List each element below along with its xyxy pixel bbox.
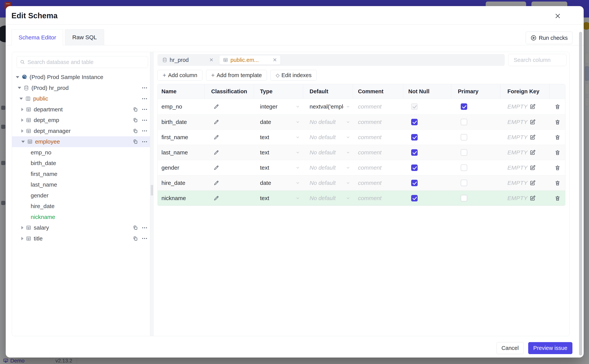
primary-checkbox[interactable] xyxy=(461,119,467,125)
default-select[interactable]: No default xyxy=(303,145,353,160)
duplicate-icon[interactable] xyxy=(133,139,138,144)
more-icon[interactable] xyxy=(142,227,147,229)
close-tab-icon[interactable]: ✕ xyxy=(273,58,277,63)
comment-input[interactable] xyxy=(358,134,396,141)
type-select[interactable]: text xyxy=(254,130,303,145)
preview-issue-button[interactable]: Preview issue xyxy=(528,342,572,354)
not-null-checkbox[interactable] xyxy=(411,134,418,141)
comment-input[interactable] xyxy=(358,180,396,186)
tab-raw-sql[interactable]: Raw SQL xyxy=(65,29,104,45)
database-search-input[interactable] xyxy=(27,59,145,65)
comment-input[interactable] xyxy=(358,195,396,202)
default-select[interactable]: No default xyxy=(303,175,353,190)
more-icon[interactable] xyxy=(142,119,147,122)
delete-column-icon[interactable] xyxy=(555,134,561,140)
close-tab-icon[interactable]: ✕ xyxy=(209,58,214,63)
tree-item-column-first-name[interactable]: first_name xyxy=(12,169,150,180)
primary-checkbox[interactable] xyxy=(461,103,467,110)
edit-foreign-key-icon[interactable] xyxy=(529,104,536,110)
delete-column-icon[interactable] xyxy=(555,165,561,171)
default-select[interactable]: No default xyxy=(303,130,353,145)
type-select[interactable]: text xyxy=(254,191,303,206)
caret-down-icon[interactable] xyxy=(16,76,19,78)
classification-edit-icon[interactable] xyxy=(214,165,219,171)
default-select[interactable]: No default xyxy=(303,191,353,206)
duplicate-icon[interactable] xyxy=(133,225,138,230)
edit-foreign-key-icon[interactable] xyxy=(529,119,536,125)
tree-item-column-birth-date[interactable]: birth_date xyxy=(12,158,150,169)
comment-input[interactable] xyxy=(358,164,396,171)
add-from-template-button[interactable]: + Add from template xyxy=(206,70,267,81)
tree-item-table-title[interactable]: title xyxy=(12,233,150,244)
edit-indexes-button[interactable]: ◇ Edit indexes xyxy=(270,70,317,81)
more-icon[interactable] xyxy=(142,130,147,132)
tree-item-table-employee[interactable]: employee xyxy=(12,136,150,147)
run-checks-button[interactable]: Run checks xyxy=(526,32,572,44)
editor-tab-hr-prod[interactable]: hr_prod ✕ xyxy=(159,55,217,65)
tree-item-database-hr-prod[interactable]: (Prod) hr_prod xyxy=(12,83,150,93)
not-null-checkbox[interactable] xyxy=(411,195,418,202)
tree-item-column-hire-date[interactable]: hire_date xyxy=(12,201,150,212)
classification-edit-icon[interactable] xyxy=(214,104,219,110)
classification-edit-icon[interactable] xyxy=(214,134,219,140)
duplicate-icon[interactable] xyxy=(133,128,138,134)
caret-down-icon[interactable] xyxy=(18,87,21,89)
comment-input[interactable] xyxy=(358,149,396,156)
modal-scrollbar[interactable] xyxy=(579,32,582,355)
comment-input[interactable] xyxy=(358,103,396,110)
type-select[interactable]: text xyxy=(254,145,303,160)
tree-item-table-dept-emp[interactable]: dept_emp xyxy=(12,115,150,126)
not-null-checkbox[interactable] xyxy=(411,180,418,186)
column-name-cell[interactable]: first_name xyxy=(158,130,205,145)
duplicate-icon[interactable] xyxy=(133,117,138,123)
classification-edit-icon[interactable] xyxy=(214,119,219,125)
column-name-cell[interactable]: last_name xyxy=(158,145,205,160)
more-icon[interactable] xyxy=(142,98,147,100)
edit-foreign-key-icon[interactable] xyxy=(529,165,536,171)
not-null-checkbox[interactable] xyxy=(411,119,418,125)
primary-checkbox[interactable] xyxy=(461,180,467,186)
primary-checkbox[interactable] xyxy=(461,164,467,171)
cancel-button[interactable]: Cancel xyxy=(496,342,524,354)
caret-down-icon[interactable] xyxy=(21,141,25,143)
delete-column-icon[interactable] xyxy=(555,180,561,186)
tree-item-table-department[interactable]: department xyxy=(12,104,150,115)
add-column-button[interactable]: + Add column xyxy=(157,70,202,81)
caret-right-icon[interactable] xyxy=(21,118,23,122)
caret-down-icon[interactable] xyxy=(20,98,23,100)
editor-tab-public-employee[interactable]: public.em... ✕ xyxy=(219,55,281,65)
caret-right-icon[interactable] xyxy=(21,129,23,133)
not-null-checkbox[interactable] xyxy=(411,149,418,156)
delete-column-icon[interactable] xyxy=(555,150,561,156)
type-select[interactable]: date xyxy=(254,175,303,190)
edit-foreign-key-icon[interactable] xyxy=(529,180,536,186)
classification-edit-icon[interactable] xyxy=(214,180,219,186)
more-icon[interactable] xyxy=(142,108,147,110)
primary-checkbox[interactable] xyxy=(461,149,467,156)
type-select[interactable]: text xyxy=(254,160,303,175)
tree-item-table-dept-manager[interactable]: dept_manager xyxy=(12,126,150,136)
tree-item-schema-public[interactable]: public xyxy=(12,93,150,104)
tree-item-column-emp-no[interactable]: emp_no xyxy=(12,147,150,158)
classification-edit-icon[interactable] xyxy=(214,150,219,155)
pane-resize-handle[interactable] xyxy=(150,52,154,336)
not-null-checkbox[interactable] xyxy=(411,164,418,171)
duplicate-icon[interactable] xyxy=(133,236,138,241)
column-name-cell[interactable]: hire_date xyxy=(158,175,205,190)
more-icon[interactable] xyxy=(142,237,147,240)
type-select[interactable]: integer xyxy=(254,99,303,114)
delete-column-icon[interactable] xyxy=(555,195,561,201)
tree-item-instance[interactable]: (Prod) Prod Sample Instance xyxy=(12,72,150,83)
tree-item-table-salary[interactable]: salary xyxy=(12,222,150,233)
column-name-cell[interactable]: nickname xyxy=(158,191,205,206)
tree-item-column-last-name[interactable]: last_name xyxy=(12,179,150,190)
more-icon[interactable] xyxy=(142,87,147,89)
column-name-cell[interactable]: emp_no xyxy=(158,99,205,114)
primary-checkbox[interactable] xyxy=(461,134,467,141)
primary-checkbox[interactable] xyxy=(461,195,467,202)
duplicate-icon[interactable] xyxy=(133,107,138,112)
tree-item-column-gender[interactable]: gender xyxy=(12,190,150,201)
close-button[interactable] xyxy=(553,12,562,20)
default-select[interactable]: nextval('employ xyxy=(303,99,353,114)
type-select[interactable]: date xyxy=(254,114,303,130)
